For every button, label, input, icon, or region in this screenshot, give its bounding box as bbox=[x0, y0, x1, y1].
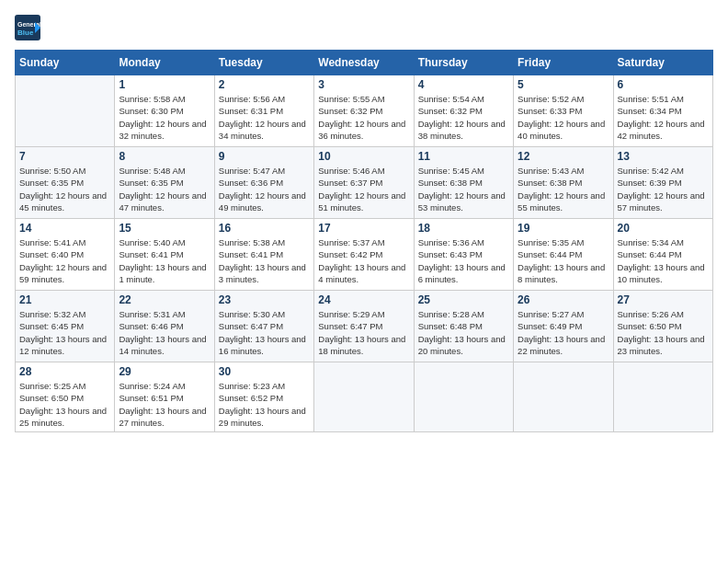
day-info: Sunrise: 5:50 AMSunset: 6:35 PMDaylight:… bbox=[19, 165, 110, 213]
day-info: Sunrise: 5:45 AMSunset: 6:38 PMDaylight:… bbox=[418, 165, 509, 213]
day-info: Sunrise: 5:54 AMSunset: 6:32 PMDaylight:… bbox=[418, 93, 509, 142]
day-number: 13 bbox=[618, 150, 709, 163]
weekday-header-saturday: Saturday bbox=[613, 51, 712, 75]
page-container: General Blue SundayMondayTuesdayWednesda… bbox=[0, 0, 728, 442]
calendar-body: 1Sunrise: 5:58 AMSunset: 6:30 PMDaylight… bbox=[16, 75, 713, 432]
day-number: 18 bbox=[418, 222, 509, 235]
calendar-cell: 16Sunrise: 5:38 AMSunset: 6:41 PMDayligh… bbox=[214, 219, 313, 291]
calendar-cell: 26Sunrise: 5:27 AMSunset: 6:49 PMDayligh… bbox=[514, 291, 613, 362]
calendar-cell bbox=[514, 362, 613, 432]
day-info: Sunrise: 5:29 AMSunset: 6:47 PMDaylight:… bbox=[318, 308, 409, 357]
calendar-cell: 10Sunrise: 5:46 AMSunset: 6:37 PMDayligh… bbox=[314, 147, 414, 219]
calendar-week-2: 7Sunrise: 5:50 AMSunset: 6:35 PMDaylight… bbox=[16, 147, 713, 219]
calendar-cell: 13Sunrise: 5:42 AMSunset: 6:39 PMDayligh… bbox=[613, 147, 712, 219]
calendar-cell: 30Sunrise: 5:23 AMSunset: 6:52 PMDayligh… bbox=[214, 362, 313, 432]
day-number: 19 bbox=[518, 222, 609, 235]
day-info: Sunrise: 5:28 AMSunset: 6:48 PMDaylight:… bbox=[418, 308, 509, 357]
calendar-cell: 9Sunrise: 5:47 AMSunset: 6:36 PMDaylight… bbox=[214, 147, 313, 219]
day-info: Sunrise: 5:56 AMSunset: 6:31 PMDaylight:… bbox=[219, 93, 310, 142]
day-info: Sunrise: 5:26 AMSunset: 6:50 PMDaylight:… bbox=[618, 308, 709, 357]
calendar-cell: 21Sunrise: 5:32 AMSunset: 6:45 PMDayligh… bbox=[16, 291, 115, 362]
calendar-cell: 18Sunrise: 5:36 AMSunset: 6:43 PMDayligh… bbox=[414, 219, 513, 291]
weekday-header-tuesday: Tuesday bbox=[214, 51, 313, 75]
calendar-cell: 23Sunrise: 5:30 AMSunset: 6:47 PMDayligh… bbox=[214, 291, 313, 362]
day-info: Sunrise: 5:51 AMSunset: 6:34 PMDaylight:… bbox=[618, 93, 709, 142]
day-info: Sunrise: 5:37 AMSunset: 6:42 PMDaylight:… bbox=[318, 236, 409, 285]
logo: General Blue bbox=[15, 15, 44, 40]
day-info: Sunrise: 5:48 AMSunset: 6:35 PMDaylight:… bbox=[119, 165, 210, 213]
day-info: Sunrise: 5:42 AMSunset: 6:39 PMDaylight:… bbox=[618, 165, 709, 213]
weekday-header-sunday: Sunday bbox=[16, 51, 115, 75]
day-number: 17 bbox=[318, 222, 409, 235]
weekday-header-friday: Friday bbox=[514, 51, 613, 75]
day-number: 25 bbox=[418, 293, 509, 306]
calendar-cell: 19Sunrise: 5:35 AMSunset: 6:44 PMDayligh… bbox=[514, 219, 613, 291]
calendar-cell bbox=[613, 362, 712, 432]
day-number: 28 bbox=[19, 365, 110, 378]
day-info: Sunrise: 5:43 AMSunset: 6:38 PMDaylight:… bbox=[518, 165, 609, 213]
calendar-cell: 8Sunrise: 5:48 AMSunset: 6:35 PMDaylight… bbox=[115, 147, 214, 219]
day-info: Sunrise: 5:25 AMSunset: 6:50 PMDaylight:… bbox=[19, 380, 110, 429]
day-info: Sunrise: 5:36 AMSunset: 6:43 PMDaylight:… bbox=[418, 236, 509, 285]
calendar-table: SundayMondayTuesdayWednesdayThursdayFrid… bbox=[15, 50, 713, 432]
day-info: Sunrise: 5:27 AMSunset: 6:49 PMDaylight:… bbox=[518, 308, 609, 357]
calendar-cell: 6Sunrise: 5:51 AMSunset: 6:34 PMDaylight… bbox=[613, 75, 712, 147]
weekday-header-wednesday: Wednesday bbox=[314, 51, 414, 75]
calendar-cell: 28Sunrise: 5:25 AMSunset: 6:50 PMDayligh… bbox=[16, 362, 115, 432]
calendar-cell: 29Sunrise: 5:24 AMSunset: 6:51 PMDayligh… bbox=[115, 362, 214, 432]
day-number: 11 bbox=[418, 150, 509, 163]
weekday-header-thursday: Thursday bbox=[414, 51, 513, 75]
day-info: Sunrise: 5:40 AMSunset: 6:41 PMDaylight:… bbox=[119, 236, 210, 285]
calendar-cell bbox=[16, 75, 115, 147]
calendar-week-1: 1Sunrise: 5:58 AMSunset: 6:30 PMDaylight… bbox=[16, 75, 713, 147]
day-info: Sunrise: 5:52 AMSunset: 6:33 PMDaylight:… bbox=[518, 93, 609, 142]
calendar-cell: 14Sunrise: 5:41 AMSunset: 6:40 PMDayligh… bbox=[16, 219, 115, 291]
day-number: 27 bbox=[618, 293, 709, 306]
day-number: 6 bbox=[618, 78, 709, 91]
day-number: 22 bbox=[119, 293, 210, 306]
day-info: Sunrise: 5:32 AMSunset: 6:45 PMDaylight:… bbox=[19, 308, 110, 357]
calendar-cell: 22Sunrise: 5:31 AMSunset: 6:46 PMDayligh… bbox=[115, 291, 214, 362]
day-number: 4 bbox=[418, 78, 509, 91]
day-info: Sunrise: 5:55 AMSunset: 6:32 PMDaylight:… bbox=[318, 93, 409, 142]
logo-icon: General Blue bbox=[15, 15, 40, 40]
calendar-cell bbox=[414, 362, 513, 432]
weekday-header-row: SundayMondayTuesdayWednesdayThursdayFrid… bbox=[16, 51, 713, 75]
calendar-cell: 7Sunrise: 5:50 AMSunset: 6:35 PMDaylight… bbox=[16, 147, 115, 219]
calendar-cell: 24Sunrise: 5:29 AMSunset: 6:47 PMDayligh… bbox=[314, 291, 414, 362]
day-number: 1 bbox=[119, 78, 210, 91]
day-info: Sunrise: 5:58 AMSunset: 6:30 PMDaylight:… bbox=[119, 93, 210, 142]
calendar-week-3: 14Sunrise: 5:41 AMSunset: 6:40 PMDayligh… bbox=[16, 219, 713, 291]
day-info: Sunrise: 5:35 AMSunset: 6:44 PMDaylight:… bbox=[518, 236, 609, 285]
svg-text:Blue: Blue bbox=[17, 29, 34, 37]
header: General Blue bbox=[15, 15, 713, 40]
day-number: 7 bbox=[19, 150, 110, 163]
day-info: Sunrise: 5:34 AMSunset: 6:44 PMDaylight:… bbox=[618, 236, 709, 285]
day-number: 5 bbox=[518, 78, 609, 91]
day-info: Sunrise: 5:31 AMSunset: 6:46 PMDaylight:… bbox=[119, 308, 210, 357]
calendar-cell: 3Sunrise: 5:55 AMSunset: 6:32 PMDaylight… bbox=[314, 75, 414, 147]
calendar-cell: 15Sunrise: 5:40 AMSunset: 6:41 PMDayligh… bbox=[115, 219, 214, 291]
calendar-cell: 1Sunrise: 5:58 AMSunset: 6:30 PMDaylight… bbox=[115, 75, 214, 147]
day-number: 8 bbox=[119, 150, 210, 163]
weekday-header-monday: Monday bbox=[115, 51, 214, 75]
day-info: Sunrise: 5:30 AMSunset: 6:47 PMDaylight:… bbox=[219, 308, 310, 357]
day-info: Sunrise: 5:24 AMSunset: 6:51 PMDaylight:… bbox=[119, 380, 210, 429]
day-number: 14 bbox=[19, 222, 110, 235]
day-info: Sunrise: 5:38 AMSunset: 6:41 PMDaylight:… bbox=[219, 236, 310, 285]
day-number: 15 bbox=[119, 222, 210, 235]
calendar-cell: 4Sunrise: 5:54 AMSunset: 6:32 PMDaylight… bbox=[414, 75, 513, 147]
day-number: 2 bbox=[219, 78, 310, 91]
calendar-cell: 5Sunrise: 5:52 AMSunset: 6:33 PMDaylight… bbox=[514, 75, 613, 147]
day-number: 3 bbox=[318, 78, 409, 91]
calendar-cell: 25Sunrise: 5:28 AMSunset: 6:48 PMDayligh… bbox=[414, 291, 513, 362]
day-number: 30 bbox=[219, 365, 310, 378]
calendar-cell: 20Sunrise: 5:34 AMSunset: 6:44 PMDayligh… bbox=[613, 219, 712, 291]
day-number: 29 bbox=[119, 365, 210, 378]
day-number: 16 bbox=[219, 222, 310, 235]
calendar-cell: 11Sunrise: 5:45 AMSunset: 6:38 PMDayligh… bbox=[414, 147, 513, 219]
day-info: Sunrise: 5:46 AMSunset: 6:37 PMDaylight:… bbox=[318, 165, 409, 213]
day-info: Sunrise: 5:47 AMSunset: 6:36 PMDaylight:… bbox=[219, 165, 310, 213]
calendar-cell: 12Sunrise: 5:43 AMSunset: 6:38 PMDayligh… bbox=[514, 147, 613, 219]
day-number: 23 bbox=[219, 293, 310, 306]
